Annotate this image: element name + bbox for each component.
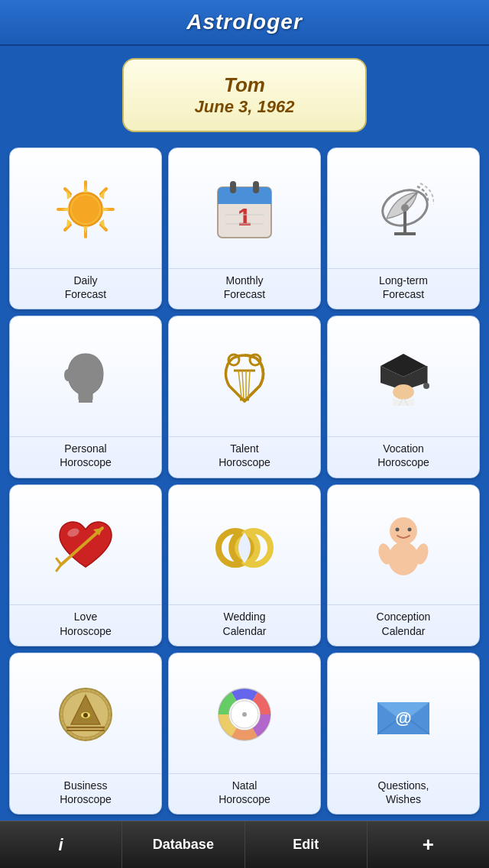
edit-button[interactable]: Edit <box>245 821 368 868</box>
head-silhouette-icon <box>57 348 114 409</box>
svg-marker-13 <box>61 207 69 212</box>
svg-point-46 <box>423 383 429 389</box>
love-horoscope-item[interactable]: LoveHoroscope <box>9 484 162 646</box>
svg-point-47 <box>393 384 414 400</box>
conception-calendar-icon-area <box>328 485 479 602</box>
daily-forecast-label: DailyForecast <box>10 268 161 301</box>
talent-horoscope-label: TalentHoroscope <box>169 436 320 469</box>
info-icon: i <box>59 835 63 855</box>
svg-point-19 <box>73 196 99 222</box>
business-horoscope-icon-area <box>10 653 161 770</box>
svg-point-53 <box>390 517 417 545</box>
business-horoscope-item[interactable]: BusinessHoroscope <box>9 653 162 815</box>
monthly-forecast-label: MonthlyForecast <box>169 268 320 301</box>
heart-arrow-icon <box>55 517 116 575</box>
wedding-rings-icon <box>214 519 275 574</box>
longterm-forecast-label: Long-termForecast <box>328 268 479 301</box>
svg-text:@: @ <box>395 708 411 727</box>
add-button[interactable]: + <box>368 821 489 868</box>
daily-forecast-item[interactable]: DailyForecast <box>9 147 162 309</box>
conception-calendar-item[interactable]: ConceptionCalendar <box>327 484 480 646</box>
svg-marker-11 <box>83 185 88 193</box>
natal-chart-icon <box>215 685 274 744</box>
satellite-dish-icon <box>373 179 434 240</box>
calendar-icon: 1 <box>215 178 274 241</box>
longterm-forecast-item[interactable]: Long-termForecast <box>327 147 480 309</box>
personal-horoscope-label: PersonalHoroscope <box>10 436 161 469</box>
edit-label: Edit <box>293 837 319 853</box>
svg-line-39 <box>242 371 244 399</box>
toolbar: i Database Edit + <box>0 821 489 868</box>
profile-card[interactable]: Tom June 3, 1962 <box>122 58 367 132</box>
vocation-horoscope-label: VocationHoroscope <box>328 436 479 469</box>
talent-horoscope-item[interactable]: TalentHoroscope <box>168 316 321 478</box>
app-header: Astrologer <box>0 0 489 46</box>
svg-point-31 <box>401 204 409 212</box>
wedding-calendar-label: WeddingCalendar <box>169 604 320 637</box>
conception-calendar-label: ConceptionCalendar <box>328 604 479 637</box>
profile-date: June 3, 1962 <box>147 97 342 117</box>
svg-point-57 <box>396 527 400 531</box>
sun-icon <box>55 179 116 240</box>
svg-rect-24 <box>253 181 259 193</box>
monthly-forecast-icon-area: 1 <box>169 148 320 265</box>
info-button[interactable]: i <box>0 821 122 868</box>
natal-horoscope-icon-area <box>169 653 320 770</box>
svg-point-58 <box>408 527 412 531</box>
svg-point-34 <box>64 369 72 381</box>
coin-icon <box>56 685 115 744</box>
lyre-icon <box>217 348 272 409</box>
questions-wishes-item[interactable]: @ Questions,Wishes <box>327 653 480 815</box>
svg-line-41 <box>248 371 250 397</box>
personal-horoscope-item[interactable]: PersonalHoroscope <box>9 316 162 478</box>
profile-name: Tom <box>147 73 342 97</box>
vocation-horoscope-icon-area <box>328 316 479 433</box>
business-horoscope-label: BusinessHoroscope <box>10 773 161 806</box>
svg-marker-12 <box>83 226 88 234</box>
graduation-icon <box>374 348 432 409</box>
database-label: Database <box>153 837 214 853</box>
questions-wishes-icon-area: @ <box>328 653 479 770</box>
wedding-calendar-item[interactable]: WeddingCalendar <box>168 484 321 646</box>
personal-horoscope-icon-area <box>10 316 161 433</box>
svg-rect-33 <box>79 395 92 403</box>
vocation-horoscope-item[interactable]: VocationHoroscope <box>327 316 480 478</box>
questions-wishes-label: Questions,Wishes <box>328 773 479 806</box>
longterm-forecast-icon-area <box>328 148 479 265</box>
svg-line-38 <box>238 371 241 397</box>
love-horoscope-icon-area <box>10 485 161 602</box>
love-horoscope-label: LoveHoroscope <box>10 604 161 637</box>
svg-rect-23 <box>230 181 236 193</box>
svg-text:1: 1 <box>238 203 251 231</box>
email-icon: @ <box>373 687 434 742</box>
svg-point-71 <box>242 712 247 717</box>
add-icon: + <box>423 833 434 857</box>
svg-point-63 <box>83 713 88 717</box>
wedding-calendar-icon-area <box>169 485 320 602</box>
svg-marker-14 <box>102 207 110 212</box>
app-title: Astrologer <box>186 10 303 34</box>
svg-point-54 <box>388 542 419 575</box>
monthly-forecast-item[interactable]: 1 MonthlyForecast <box>168 147 321 309</box>
natal-horoscope-label: NatalHoroscope <box>169 773 320 806</box>
main-grid: DailyForecast 1 MonthlyForecast <box>0 144 489 821</box>
baby-icon <box>376 516 431 577</box>
natal-horoscope-item[interactable]: NatalHoroscope <box>168 653 321 815</box>
talent-horoscope-icon-area <box>169 316 320 433</box>
database-button[interactable]: Database <box>122 821 244 868</box>
daily-forecast-icon-area <box>10 148 161 265</box>
